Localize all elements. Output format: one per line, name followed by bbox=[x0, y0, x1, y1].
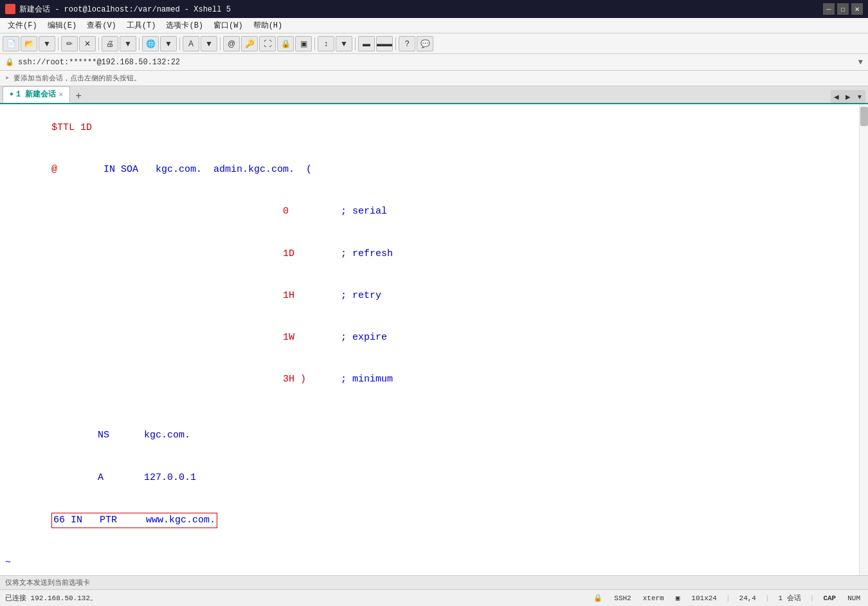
menu-view[interactable]: 查看(V) bbox=[82, 19, 122, 32]
menu-window[interactable]: 窗口(W) bbox=[208, 19, 248, 32]
tb-globe[interactable]: 🌐 bbox=[142, 36, 159, 51]
status-grid-icon: ▣ bbox=[673, 594, 683, 602]
menubar: 文件(F) 编辑(E) 查看(V) 工具(T) 选项卡(B) 窗口(W) 帮助(… bbox=[0, 18, 868, 33]
status-right: 🔒 SSH2 xterm ▣ 101x24 | 24,4 | 1 会话 | CA… bbox=[591, 593, 863, 603]
term-line-14: ~ bbox=[5, 570, 863, 575]
status-size: 101x24 bbox=[689, 594, 719, 602]
tb-new[interactable]: 📄 bbox=[3, 36, 19, 51]
tb-font[interactable]: A bbox=[183, 36, 199, 51]
tb-sep3 bbox=[139, 37, 140, 50]
status-lock-icon: 🔒 bbox=[591, 594, 605, 602]
term-line-6: 1W ; expire bbox=[5, 317, 863, 358]
terminal-container: $TTL 1D @ IN SOA kgc.com. admin.kgc.com.… bbox=[0, 104, 868, 575]
status-term: xterm bbox=[640, 594, 667, 602]
term-line-13: ~ bbox=[5, 556, 863, 570]
menu-tools[interactable]: 工具(T) bbox=[122, 19, 161, 32]
window-controls: ─ □ ✕ bbox=[823, 3, 863, 15]
main-container: 文件(F) 编辑(E) 查看(V) 工具(T) 选项卡(B) 窗口(W) 帮助(… bbox=[0, 18, 868, 606]
status-connected: 已连接 192.168.50.132。 bbox=[5, 593, 583, 603]
tab-nav: ◀ ▶ ▼ bbox=[831, 90, 865, 103]
term-line-10: A 127.0.0.1 bbox=[5, 457, 863, 499]
expire-value: 1W bbox=[51, 332, 294, 343]
close-button[interactable]: ✕ bbox=[851, 3, 863, 15]
scrollbar-thumb[interactable] bbox=[860, 107, 868, 126]
bottombar: 仅将文本发送到当前选项卡 bbox=[0, 575, 868, 589]
soa-text: IN SOA kgc.com. admin.kgc.com. ( bbox=[57, 164, 312, 175]
status-ssh: SSH2 bbox=[611, 594, 633, 602]
tb-bar2[interactable]: ▬▬ bbox=[376, 36, 393, 51]
refresh-value: 1D bbox=[51, 248, 294, 259]
tb-fullscreen[interactable]: ⛶ bbox=[259, 36, 276, 51]
terminal-scrollbar[interactable] bbox=[859, 104, 868, 575]
tab-add-button[interactable]: + bbox=[71, 89, 86, 103]
minimize-button[interactable]: ─ bbox=[823, 3, 835, 15]
tab-close-button[interactable]: ✕ bbox=[59, 90, 63, 98]
tb-print[interactable]: 🖨 bbox=[102, 36, 118, 51]
tb-key[interactable]: 🔑 bbox=[241, 36, 258, 51]
tb-help[interactable]: ? bbox=[399, 36, 415, 51]
minimum-value: 3H ) bbox=[51, 374, 306, 385]
tb-at[interactable]: @ bbox=[223, 36, 240, 51]
tab-label: 1 新建会话 bbox=[16, 89, 56, 100]
tb-sep6 bbox=[314, 37, 315, 50]
retry-value: 1H bbox=[51, 290, 294, 301]
ns-text: NS kgc.com. bbox=[51, 430, 190, 441]
term-line-12 bbox=[5, 542, 863, 556]
tb-msg[interactable]: 💬 bbox=[417, 36, 433, 51]
menu-file[interactable]: 文件(F) bbox=[3, 19, 42, 32]
arrow-icon: ➤ bbox=[5, 74, 10, 82]
tab-dot: ● bbox=[10, 91, 14, 98]
lock-icon: 🔒 bbox=[5, 58, 14, 66]
refresh-comment: ; refresh bbox=[294, 248, 393, 259]
tb-print-drop[interactable]: ▼ bbox=[120, 36, 136, 51]
tb-dropdown[interactable]: ▼ bbox=[39, 36, 55, 51]
tb-scroll[interactable]: ↕ bbox=[318, 36, 334, 51]
terminal-content[interactable]: $TTL 1D @ IN SOA kgc.com. admin.kgc.com.… bbox=[0, 104, 868, 575]
tab-session-1[interactable]: ● 1 新建会话 ✕ bbox=[3, 86, 70, 103]
titlebar: 新建会话 - root@localhost:/var/named - Xshel… bbox=[0, 0, 868, 18]
menu-tabs[interactable]: 选项卡(B) bbox=[161, 19, 208, 32]
app-icon bbox=[5, 4, 15, 14]
tb-sep5 bbox=[220, 37, 221, 50]
tb-bar1[interactable]: ▬ bbox=[358, 36, 375, 51]
bottombar-text: 仅将文本发送到当前选项卡 bbox=[5, 578, 90, 587]
status-sep2: | bbox=[765, 594, 770, 602]
ptr-record-text: 66 IN PTR www.kgc.com. bbox=[51, 513, 217, 528]
tb-edit[interactable]: ✏ bbox=[61, 36, 78, 51]
tab-next-button[interactable]: ▶ bbox=[842, 90, 854, 103]
tabbar: ● 1 新建会话 ✕ + ◀ ▶ ▼ bbox=[0, 86, 868, 104]
tab-list-button[interactable]: ▼ bbox=[854, 90, 865, 103]
tb-open[interactable]: 📂 bbox=[21, 36, 37, 51]
menu-edit[interactable]: 编辑(E) bbox=[42, 19, 82, 32]
at-sign: @ bbox=[51, 164, 57, 175]
tb-clear[interactable]: ✕ bbox=[79, 36, 96, 51]
ttl-text: $TTL 1D bbox=[51, 122, 92, 133]
statusbar: 已连接 192.168.50.132。 🔒 SSH2 xterm ▣ 101x2… bbox=[0, 589, 868, 606]
tb-globe-drop[interactable]: ▼ bbox=[160, 36, 177, 51]
tb-scroll-drop[interactable]: ▼ bbox=[336, 36, 352, 51]
minimum-comment: ; minimum bbox=[306, 374, 393, 385]
tb-sep1 bbox=[58, 37, 59, 50]
tb-term[interactable]: ▣ bbox=[295, 36, 312, 51]
term-line-9: NS kgc.com. bbox=[5, 415, 863, 457]
status-pos: 24,4 bbox=[737, 594, 759, 602]
tb-sep2 bbox=[98, 37, 99, 50]
restore-button[interactable]: □ bbox=[837, 3, 849, 15]
window-title: 新建会话 - root@localhost:/var/named - Xshel… bbox=[19, 4, 231, 15]
status-num: NUM bbox=[845, 594, 863, 602]
tab-prev-button[interactable]: ◀ bbox=[831, 90, 842, 103]
status-sep1: | bbox=[726, 594, 730, 602]
menu-help[interactable]: 帮助(H) bbox=[248, 19, 288, 32]
term-line-11: 66 IN PTR www.kgc.com. bbox=[5, 499, 863, 542]
tb-sep7 bbox=[355, 37, 356, 50]
tb-lock[interactable]: 🔒 bbox=[277, 36, 294, 51]
status-sessions: 1 会话 bbox=[776, 593, 804, 603]
address-dropdown[interactable]: ▼ bbox=[858, 58, 863, 67]
term-line-4: 1D ; refresh bbox=[5, 233, 863, 275]
a-record-text: A 127.0.0.1 bbox=[51, 472, 196, 483]
term-line-2: @ IN SOA kgc.com. admin.kgc.com. ( bbox=[5, 149, 863, 190]
status-sep3: | bbox=[810, 594, 815, 602]
expire-comment: ; expire bbox=[294, 332, 387, 343]
term-line-7: 3H ) ; minimum bbox=[5, 359, 863, 401]
tb-font-drop[interactable]: ▼ bbox=[201, 36, 217, 51]
